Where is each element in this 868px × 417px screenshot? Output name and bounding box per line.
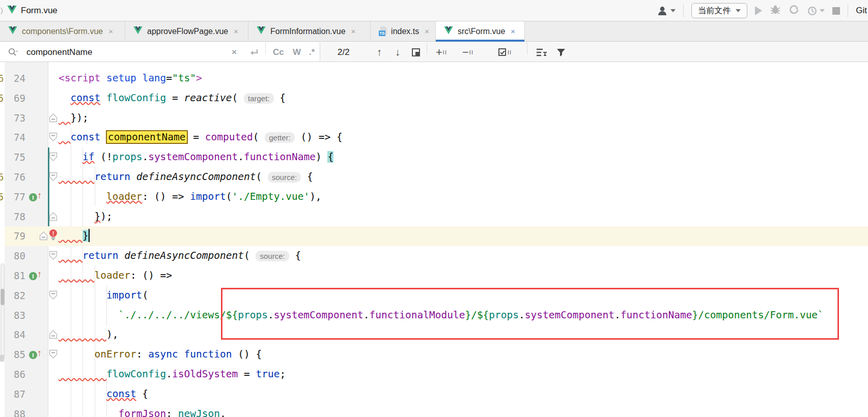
- remove-occurrence-icon[interactable]: −II: [462, 42, 473, 62]
- code-text: import(: [59, 286, 148, 306]
- close-tab-icon[interactable]: ×: [234, 27, 238, 36]
- fold-region-start-icon[interactable]: [49, 152, 58, 164]
- code-line[interactable]: 86 flowConfig.isOldSystem = true;: [0, 365, 868, 384]
- profiler-button[interactable]: [807, 6, 825, 16]
- error-intention-bulb-icon[interactable]: !: [49, 229, 57, 240]
- clear-search-icon[interactable]: ×: [232, 42, 237, 62]
- line-number[interactable]: 86: [7, 365, 25, 384]
- code-line[interactable]: 577I↑ loader: () => import('./Empty.vue'…: [0, 187, 868, 207]
- line-number[interactable]: 88: [7, 404, 25, 417]
- line-number[interactable]: 82: [7, 286, 25, 306]
- regex-toggle[interactable]: .*: [309, 42, 315, 62]
- code-token: [118, 250, 124, 261]
- code-editor[interactable]: 624<script setup lang="ts">569 const flo…: [0, 62, 868, 417]
- user-account-button[interactable]: [657, 6, 676, 16]
- code-token: lang: [142, 72, 166, 84]
- line-number[interactable]: 74: [7, 128, 25, 147]
- line-number[interactable]: 75: [7, 147, 25, 167]
- code-line[interactable]: 73 });: [0, 108, 868, 128]
- editor-tab[interactable]: src\Form.vue×: [436, 21, 525, 41]
- clipped-scrollbar-thumb[interactable]: [1, 289, 5, 305]
- line-number[interactable]: 24: [7, 69, 25, 88]
- run-with-coverage-button[interactable]: [789, 5, 799, 17]
- find-window-icon[interactable]: [536, 42, 548, 62]
- code-text: });: [59, 207, 113, 227]
- line-number[interactable]: 80: [7, 246, 25, 266]
- line-number[interactable]: 81: [7, 266, 25, 286]
- code-token: );: [100, 211, 112, 222]
- fold-region-start-icon[interactable]: [49, 132, 58, 144]
- git-menu[interactable]: Git: [856, 6, 867, 16]
- line-number[interactable]: 76: [7, 167, 25, 187]
- close-tab-icon[interactable]: ×: [108, 27, 113, 36]
- close-tab-icon[interactable]: ×: [511, 27, 515, 36]
- line-number[interactable]: 78: [7, 207, 25, 227]
- close-tab-icon[interactable]: ×: [425, 27, 429, 36]
- newline-icon[interactable]: [248, 42, 260, 62]
- code-line[interactable]: 624<script setup lang="ts">: [0, 69, 868, 88]
- vue-file-icon: [444, 26, 453, 37]
- line-number[interactable]: 84: [7, 325, 25, 345]
- search-icon[interactable]: [7, 42, 19, 62]
- editor-tab[interactable]: components\Form.vue×: [0, 21, 125, 41]
- fold-region-start-icon[interactable]: [49, 349, 58, 361]
- fold-region-end-icon[interactable]: [39, 231, 48, 243]
- fold-region-end-icon[interactable]: [49, 212, 58, 223]
- profiler-caret-icon: [820, 9, 825, 12]
- code-token: }: [94, 211, 100, 222]
- match-case-toggle[interactable]: Cc: [273, 42, 284, 62]
- code-line[interactable]: 87 const {: [0, 384, 868, 404]
- code-token: .: [166, 368, 172, 380]
- editor-tab[interactable]: FormInformation.vue×: [248, 21, 371, 41]
- typescript-file-icon: TS: [379, 26, 386, 36]
- code-line[interactable]: 676 return defineAsyncComponent( source:…: [0, 167, 868, 187]
- code-token: onError: [94, 348, 136, 360]
- close-tab-icon[interactable]: ×: [351, 27, 356, 36]
- line-number[interactable]: 77: [7, 187, 25, 207]
- code-token: >: [196, 72, 202, 84]
- next-occurrence-icon[interactable]: ↓: [395, 42, 400, 62]
- implements-gutter-icon[interactable]: I↑: [29, 190, 42, 201]
- editor-tab[interactable]: TSindex.ts×: [371, 21, 436, 41]
- code-token: props: [113, 151, 143, 163]
- previous-occurrence-icon[interactable]: ↑: [377, 42, 382, 62]
- fold-region-start-icon[interactable]: [49, 172, 58, 184]
- editor-tab[interactable]: approveFlowPage.vue×: [125, 21, 248, 41]
- search-in-selection-icon[interactable]: [410, 42, 422, 62]
- code-token: (: [253, 131, 259, 143]
- fold-region-start-icon[interactable]: [49, 251, 58, 262]
- code-line[interactable]: 78 });: [0, 207, 868, 227]
- code-line[interactable]: 88 formJson: newJson,: [0, 404, 868, 417]
- code-token: `./../../../views/: [118, 309, 226, 321]
- run-button[interactable]: [755, 6, 762, 15]
- code-line[interactable]: 80 return defineAsyncComponent( source: …: [0, 246, 868, 266]
- debug-button[interactable]: [770, 5, 781, 17]
- run-config-caret-icon: [736, 9, 741, 12]
- code-line[interactable]: 75 if (!props.systemComponent.functionNa…: [0, 147, 868, 167]
- line-number[interactable]: 79: [7, 226, 25, 246]
- code-token: [59, 112, 70, 124]
- fold-region-end-icon[interactable]: [49, 330, 58, 341]
- fold-region-end-icon[interactable]: [49, 113, 58, 125]
- line-number[interactable]: 83: [7, 306, 25, 325]
- code-line[interactable]: 79! }: [0, 226, 868, 246]
- stop-button[interactable]: [832, 7, 840, 15]
- implements-gutter-icon[interactable]: I↑: [29, 269, 42, 280]
- line-number[interactable]: 85: [7, 345, 25, 365]
- code-line[interactable]: 74 const componentName = computed( gette…: [0, 128, 868, 147]
- search-input[interactable]: componentName: [26, 42, 92, 62]
- line-number[interactable]: 87: [7, 384, 25, 404]
- code-token: [59, 348, 94, 360]
- select-all-occurrences-icon[interactable]: II: [498, 42, 512, 62]
- line-number[interactable]: 73: [7, 108, 25, 128]
- run-configuration-dropdown[interactable]: 当前文件: [691, 3, 747, 18]
- filter-icon[interactable]: [556, 42, 566, 62]
- line-number[interactable]: 69: [7, 88, 25, 108]
- code-line[interactable]: 81I↑ loader: () =>: [0, 266, 868, 286]
- code-line[interactable]: 569 const flowConfig = reactive( target:…: [0, 88, 868, 108]
- words-toggle[interactable]: W: [293, 42, 301, 62]
- fold-region-start-icon[interactable]: [49, 290, 58, 302]
- add-occurrence-icon[interactable]: +II: [436, 42, 447, 62]
- implements-gutter-icon[interactable]: I↑: [29, 348, 42, 359]
- code-line[interactable]: 85I↑ onError: async function () {: [0, 345, 868, 365]
